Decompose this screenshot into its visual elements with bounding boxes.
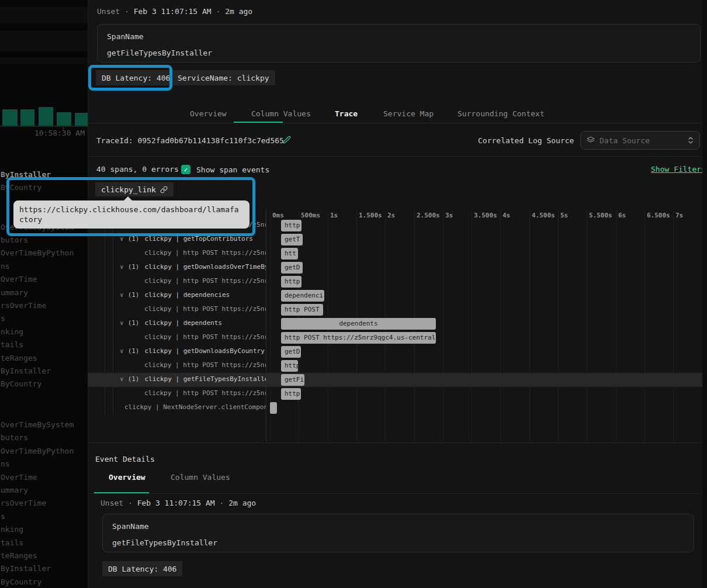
- sidebar-query-item[interactable]: s: [1, 314, 5, 324]
- show-span-events-checkbox[interactable]: ✓: [181, 165, 190, 174]
- db-latency-badge-bottom[interactable]: DB Latency: 406: [102, 561, 182, 576]
- event-details-title: Event Details: [95, 455, 155, 464]
- sidebar-query-item[interactable]: OverTime: [1, 473, 37, 483]
- sidebar-query-item[interactable]: ummary: [1, 288, 28, 299]
- span-duration-bar[interactable]: [270, 402, 277, 414]
- span-row[interactable]: clickpy | http POST https://z5nrzhttp PO…: [88, 303, 702, 317]
- trace-waterfall: 0ms500ms1s1.500s2s2.500s3s3.500s4s4.500s…: [88, 209, 702, 441]
- tab-surrounding-context[interactable]: Surrounding Context: [458, 109, 545, 118]
- db-latency-badge[interactable]: DB Latency: 406: [96, 70, 176, 85]
- sidebar-query-item[interactable]: rsOverTime: [1, 499, 46, 509]
- span-duration-bar[interactable]: http POST: [281, 304, 323, 316]
- active-tab-underline: [234, 122, 283, 123]
- tab-trace[interactable]: Trace: [335, 109, 358, 118]
- span-row[interactable]: clickpy | http POST https://z5nrzhttp PO…: [88, 331, 702, 345]
- span-row[interactable]: clickpy | http POST https://z5nrzhttp: [88, 275, 702, 289]
- sidebar-query-item[interactable]: nking: [1, 327, 23, 338]
- sidebar-band: [0, 51, 88, 57]
- sidebar-query-item[interactable]: ByCountry: [1, 577, 41, 588]
- sidebar-query-item[interactable]: ummary: [1, 486, 28, 496]
- tab-service-map[interactable]: Service Map: [383, 109, 434, 118]
- sidebar-query-item[interactable]: nking: [1, 525, 23, 535]
- span-duration-bar[interactable]: http: [281, 388, 301, 400]
- chevron-down-icon[interactable]: ∨: [120, 347, 124, 355]
- span-duration-bar[interactable]: dependenci: [281, 290, 324, 302]
- span-row[interactable]: ∨(1)clickpy | getDownloadsOverTimeBySget…: [88, 261, 702, 275]
- sidebar-query-item[interactable]: OverTimeByPython: [1, 447, 74, 457]
- span-row[interactable]: clickpy | http POST https://z5nrzhtt: [88, 247, 702, 261]
- edit-pencil-icon[interactable]: [283, 136, 291, 144]
- tab-column-values[interactable]: Column Values: [171, 473, 230, 482]
- span-duration-bar[interactable]: http: [281, 360, 298, 372]
- sidebar-query-item[interactable]: ByInstaller: [1, 366, 51, 377]
- span-duration-bar[interactable]: getD: [281, 346, 301, 358]
- chevron-down-icon[interactable]: ∨: [120, 235, 124, 243]
- chevron-down-icon[interactable]: ∨: [120, 263, 124, 271]
- span-duration-bar[interactable]: getD: [281, 262, 303, 274]
- span-name-key: SpanName: [107, 32, 144, 41]
- span-row[interactable]: ∨(1)clickpy | getDownloadsByCountrygetD: [88, 345, 702, 359]
- layers-icon: [587, 136, 595, 144]
- span-duration-bar[interactable]: getFi: [281, 374, 304, 386]
- span-row[interactable]: ∨(1)clickpy | getFileTypesByInstallerget…: [88, 373, 702, 387]
- span-duration-bar[interactable]: http: [281, 220, 301, 231]
- sidebar-query-item[interactable]: ns: [1, 459, 10, 470]
- tab-overview[interactable]: Overview: [109, 473, 145, 482]
- mini-chart-bar: [75, 113, 89, 126]
- chevron-down-icon[interactable]: ∨: [120, 375, 124, 383]
- span-name-label: clickpy | getFileTypesByInstaller: [145, 375, 266, 383]
- event-details-tabs-divider: [88, 493, 707, 494]
- mini-chart-bar: [2, 109, 18, 126]
- show-filters-link[interactable]: Show Filters: [651, 165, 706, 174]
- sidebar-query-item[interactable]: teRanges: [1, 551, 37, 562]
- sidebar-query-item[interactable]: ByInstaller: [1, 564, 51, 575]
- sidebar-query-item[interactable]: rsOverTime: [1, 301, 46, 312]
- tooltip-arrow: [123, 196, 133, 201]
- span-name-card: SpanName getFileTypesByInstaller: [97, 24, 701, 63]
- span-duration-bar[interactable]: dependents: [281, 318, 436, 330]
- span-name-label: clickpy | http POST https://z5nrz: [144, 333, 266, 343]
- sidebar-query-item[interactable]: tails: [1, 340, 23, 351]
- span-row[interactable]: clickpy | http POST https://z5nrzhttp: [88, 387, 702, 401]
- sidebar-query-item[interactable]: butors: [1, 433, 28, 444]
- span-duration-bar[interactable]: getT: [281, 234, 303, 245]
- span-row[interactable]: clickpy | http POST https://z5nrzhttp: [88, 359, 702, 373]
- span-duration-bar[interactable]: http: [281, 276, 301, 288]
- span-row[interactable]: ∨(1)clickpy | dependentsdependents: [88, 317, 702, 331]
- span-duration-bar[interactable]: htt: [281, 248, 298, 260]
- sidebar-query-item[interactable]: butors: [1, 236, 28, 246]
- span-child-count: (1): [128, 375, 140, 383]
- chevron-down-icon[interactable]: ∨: [120, 319, 124, 327]
- sidebar-query-item[interactable]: ByCountry: [1, 379, 41, 390]
- sidebar-query-item[interactable]: ByInstaller: [1, 170, 51, 181]
- span-name-value: getFileTypesByInstaller: [107, 49, 212, 57]
- scrollbar-gutter[interactable]: [702, 0, 707, 588]
- link-icon: [160, 186, 168, 193]
- sidebar-query-item[interactable]: teRanges: [1, 354, 37, 364]
- span-row[interactable]: ∨(1)clickpy | getTopContributorsgetT: [88, 233, 702, 247]
- sidebar-query-item[interactable]: ByCountry: [1, 183, 41, 193]
- span-name-label: clickpy | getTopContributors: [145, 235, 253, 243]
- sidebar-query-item[interactable]: OverTimeByPython: [1, 248, 74, 259]
- span-duration-bar[interactable]: http POST https://z5nrz9qgc4.us-central: [281, 332, 436, 344]
- sidebar-query-item[interactable]: tails: [1, 538, 23, 549]
- chevron-down-icon[interactable]: ∨: [120, 291, 124, 299]
- ago-text: 2m ago: [228, 499, 256, 507]
- tab-column-values[interactable]: Column Values: [251, 109, 311, 118]
- trace-viewer-screen: 10:58:30 AM ByInstallerByCountryOverTime…: [0, 0, 707, 588]
- clickpy-link-badge[interactable]: clickpy_link: [95, 182, 174, 196]
- tabs-divider: [88, 123, 703, 123]
- span-row[interactable]: ∨(1)clickpy | dependenciesdependenci: [88, 289, 702, 303]
- sidebar-query-item[interactable]: s: [1, 512, 5, 523]
- event-details-active-tab-underline: [94, 492, 149, 493]
- span-row[interactable]: clickpy | NextNodeServer.clientCompone: [88, 401, 702, 415]
- service-name-badge[interactable]: ServiceName: clickpy: [172, 70, 275, 85]
- ago-text: 2m ago: [225, 7, 252, 16]
- sidebar-query-item[interactable]: OverTime: [1, 275, 37, 285]
- tab-overview[interactable]: Overview: [190, 109, 227, 118]
- span-child-count: (1): [128, 347, 140, 355]
- mini-chart-bar: [39, 107, 53, 126]
- data-source-select[interactable]: Data Source: [580, 131, 700, 150]
- sidebar-query-item[interactable]: ns: [1, 262, 10, 272]
- sidebar-query-item[interactable]: OverTimeBySystem: [1, 420, 74, 431]
